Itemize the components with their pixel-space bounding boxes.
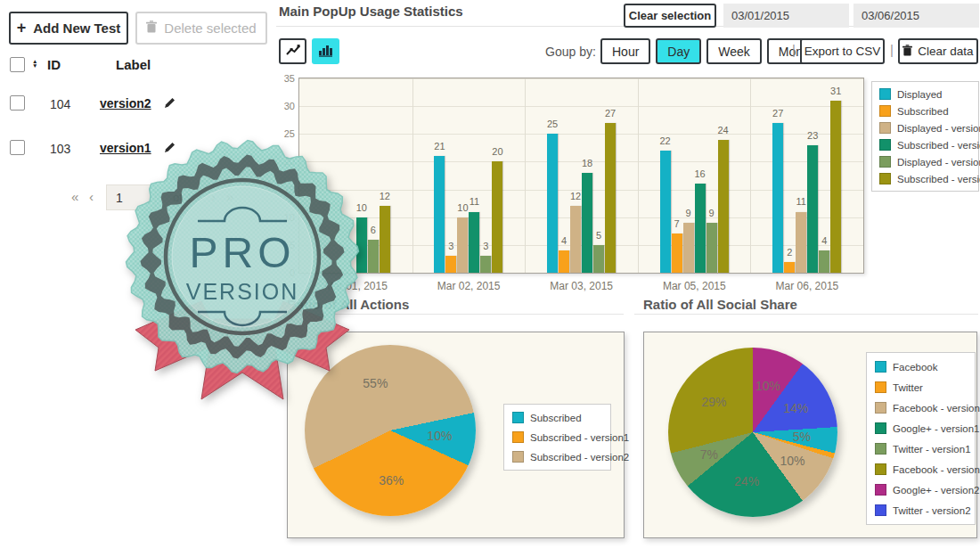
pagination-prev-button[interactable]: ‹ [89, 189, 94, 204]
bar-value-label: 24 [710, 125, 737, 135]
date-from-input[interactable]: 03/01/2015 [723, 4, 849, 28]
add-new-test-button[interactable]: + Add New Test [9, 12, 128, 45]
bar-value-label: 21 [426, 141, 453, 152]
clear-data-label: Clear data [918, 45, 973, 58]
export-csv-button[interactable]: Export to CSV [800, 38, 885, 64]
pagination-next-button[interactable]: › [211, 189, 216, 204]
legend-swatch [879, 173, 891, 184]
bar-value-label: 20 [484, 146, 510, 157]
dashboard-page: + Add New Test Delete selected ▲▼ ID Lab… [0, 0, 980, 549]
row-label-link[interactable]: version2 [100, 96, 151, 111]
bar-subscribed-version1 [582, 173, 592, 273]
bar-subscribed-version2 [605, 123, 616, 273]
bar-displayed-version2 [706, 223, 717, 273]
legend-item: Twitter - version2 [875, 504, 967, 516]
gridline [412, 78, 413, 273]
section-divider [634, 314, 978, 315]
legend-item: Google+ - version1 [875, 422, 967, 434]
x-axis-label: Mar 06, 2015 [750, 280, 863, 292]
pagination-last-button[interactable]: » [226, 189, 233, 204]
legend-item: Subscribed - version1 [512, 431, 602, 443]
legend-swatch [512, 431, 524, 443]
row-label-link[interactable]: version1 [100, 141, 151, 155]
toolbar-separator: | [792, 42, 796, 57]
select-all-checkbox[interactable] [10, 57, 25, 72]
legend-swatch [875, 443, 886, 455]
group-by-week-button[interactable]: Week [706, 38, 762, 64]
bar-subscribed-version1 [695, 184, 706, 273]
bar-value-label: 16 [687, 168, 714, 179]
y-axis-label: 30 [272, 101, 295, 111]
actions-pie-legend: SubscribedSubscribed - version1Subscribe… [503, 404, 611, 471]
gridline [299, 78, 863, 79]
row-id: 104 [50, 97, 70, 111]
legend-item: Facebook - version2 [875, 463, 967, 475]
legend-label: Subscribed - version1 [530, 432, 629, 443]
pie-slice-label: 7% [700, 447, 718, 462]
legend-label: Twitter - version1 [893, 444, 971, 455]
bar-displayed-version2 [819, 250, 829, 273]
delete-selected-label: Delete selected [164, 20, 256, 36]
x-axis-label: Mar 03, 2015 [525, 280, 638, 292]
bar-value-label: 18 [574, 158, 600, 168]
legend-swatch [512, 451, 524, 463]
legend-label: Google+ - version2 [893, 485, 980, 496]
edit-pencil-icon[interactable] [164, 141, 176, 157]
page-number-input[interactable]: 1 [106, 184, 156, 210]
pie-slice-label: 5% [793, 430, 811, 444]
bar-chart-toggle-button[interactable] [312, 38, 339, 64]
bar-value-label: 27 [764, 108, 791, 119]
legend-swatch [512, 412, 524, 423]
legend-label: Subscribed [897, 106, 949, 117]
row-checkbox[interactable] [10, 140, 25, 155]
y-axis-label: 20 [272, 156, 295, 167]
line-chart-toggle-button[interactable] [279, 38, 306, 64]
legend-item: Subscribed - version2 [879, 173, 971, 184]
bar-chart-icon [318, 43, 334, 60]
group-by-day-button[interactable]: Day [656, 38, 701, 64]
pie-slice-label: 29% [701, 395, 726, 409]
badge-line2: VERSION [186, 279, 299, 304]
row-id: 103 [50, 142, 70, 156]
y-axis-label: 15 [272, 184, 295, 195]
bar-subscribed-version2 [380, 206, 390, 273]
bar-subscribed [672, 234, 682, 273]
pie-slice-label: 24% [734, 474, 759, 488]
bar-value-label: 22 [652, 135, 679, 146]
bar-displayed-version1 [683, 223, 694, 273]
bar-subscribed-version2 [492, 161, 502, 273]
x-axis-label: Mar 05, 2015 [638, 280, 751, 292]
clear-selection-button[interactable]: Clear selection [624, 4, 716, 28]
bar-displayed-version1 [457, 217, 468, 273]
social-pie-title: Ratio of All Social Share [643, 297, 797, 312]
table-row: 103version1 [0, 140, 267, 161]
delete-selected-button[interactable]: Delete selected [135, 12, 267, 45]
trash-icon [146, 20, 157, 36]
pie-slice-label: 55% [363, 376, 388, 390]
usage-bar-chart: 05101520253035Mar 01, 201510612Mar 02, 2… [298, 78, 864, 274]
y-axis-label: 25 [272, 128, 295, 139]
legend-swatch [875, 381, 886, 393]
legend-swatch [875, 361, 886, 373]
bar-displayed-version1 [570, 206, 581, 273]
add-new-test-label: Add New Test [33, 20, 120, 36]
legend-item: Displayed [879, 88, 971, 100]
row-checkbox[interactable] [10, 95, 25, 111]
bar-displayed [660, 151, 671, 273]
group-by-hour-button[interactable]: Hour [600, 38, 650, 64]
bar-subscribed [445, 256, 456, 273]
clear-data-button[interactable]: Clear data [898, 38, 978, 64]
y-axis-label: 5 [272, 240, 295, 250]
bar-displayed-version2 [593, 245, 604, 273]
edit-pencil-icon[interactable] [164, 96, 176, 112]
legend-swatch [879, 105, 891, 117]
pagination-first-button[interactable]: « [71, 189, 78, 204]
date-to-input[interactable]: 03/06/2015 [853, 4, 979, 28]
pie-slice-label: 10% [427, 429, 452, 443]
sort-icon[interactable]: ▲▼ [32, 59, 37, 68]
legend-label: Subscribed - version2 [530, 452, 629, 463]
bar-subscribed-version2 [830, 101, 841, 273]
bar-value-label: 23 [799, 130, 826, 141]
legend-item: Subscribed [879, 105, 971, 117]
legend-label: Displayed - version1 [897, 123, 980, 134]
